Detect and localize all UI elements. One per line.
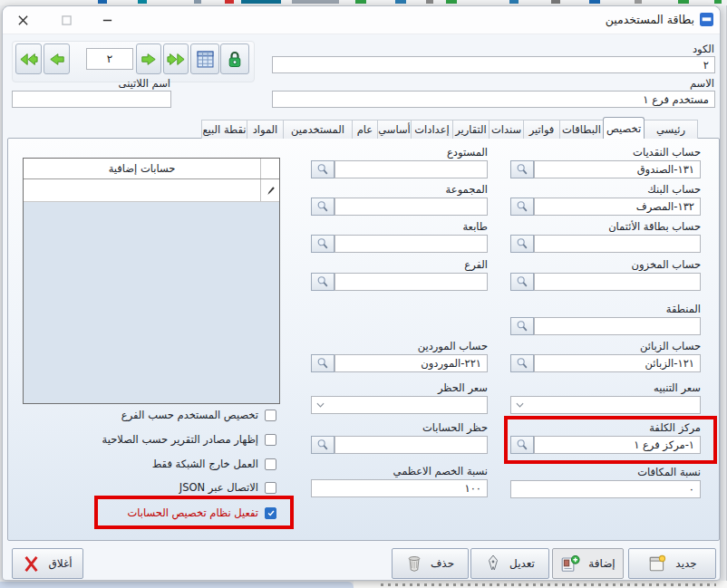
screen: بطاقة المستخدمين <box>0 0 727 588</box>
edit-button[interactable]: تعديل <box>470 548 549 579</box>
inventory-account-input[interactable] <box>534 273 701 291</box>
add-button[interactable]: إضافة <box>552 548 624 579</box>
field-max-discount-percent: نسبة الخصم الاعظمي <box>311 465 488 497</box>
background-window-right-edge <box>722 5 727 581</box>
tab-cards[interactable]: البطاقات <box>559 120 604 139</box>
printer-input[interactable] <box>334 235 488 253</box>
branch-lookup-button[interactable] <box>311 273 334 291</box>
tab-users[interactable]: المستخدمين <box>283 120 353 139</box>
block-price-combo[interactable] <box>311 396 488 414</box>
cash-account-input[interactable] <box>534 160 701 178</box>
tab-basic[interactable]: أساسي <box>377 120 412 139</box>
additional-accounts-table[interactable]: حسابات إضافية <box>23 158 280 404</box>
close-button[interactable]: أغلاق <box>12 548 83 579</box>
warehouse-input[interactable] <box>334 160 488 178</box>
tab-invoices[interactable]: فواتير <box>523 120 560 139</box>
field-bank-account: حساب البنك <box>510 183 701 216</box>
accounts-block-lookup-button[interactable] <box>311 436 334 454</box>
group-input[interactable] <box>334 198 488 216</box>
printer-lookup-button[interactable] <box>311 235 334 253</box>
region-lookup-button[interactable] <box>510 317 534 335</box>
tab-vouchers[interactable]: سندات <box>489 120 524 139</box>
nav-last-record-button[interactable] <box>163 43 189 74</box>
window-close-button[interactable] <box>9 9 36 31</box>
credit-card-account-lookup-button[interactable] <box>510 235 534 253</box>
magnifier-icon <box>316 275 329 288</box>
maximize-icon <box>62 15 72 25</box>
magnifier-icon <box>516 320 528 333</box>
bank-account-input[interactable] <box>534 198 701 216</box>
field-rewards-percent: نسبة المكافات <box>510 466 701 498</box>
region-input[interactable] <box>534 317 701 335</box>
branch-input[interactable] <box>334 273 488 291</box>
arrow-right-icon <box>141 53 157 66</box>
cash-account-lookup-button[interactable] <box>510 160 534 178</box>
field-customers-account: حساب الزبائن <box>510 340 701 372</box>
name-input[interactable] <box>272 91 715 108</box>
nav-first-record-button[interactable] <box>15 43 42 74</box>
rewards-percent-input[interactable] <box>510 480 701 498</box>
inventory-account-lookup-button[interactable] <box>510 273 534 291</box>
warehouse-lookup-button[interactable] <box>311 160 334 178</box>
customers-account-lookup-button[interactable] <box>510 354 534 372</box>
chevron-down-icon <box>511 402 528 408</box>
code-label: الكود <box>693 43 714 55</box>
code-input[interactable] <box>272 56 715 73</box>
field-printer: طابعة <box>311 220 488 253</box>
grid-table-icon <box>197 51 214 68</box>
bank-account-lookup-button[interactable] <box>510 198 534 216</box>
accounts-block-input[interactable] <box>334 436 488 454</box>
table-empty-cell[interactable] <box>24 179 260 201</box>
magnifier-icon <box>316 163 329 176</box>
suppliers-account-lookup-button[interactable] <box>311 354 334 372</box>
checkbox-icon <box>265 410 276 421</box>
checkbox-icon <box>265 434 276 446</box>
tab-general[interactable]: عام <box>352 120 378 139</box>
add-card-icon <box>560 554 580 574</box>
field-warehouse: المستودع <box>311 146 488 178</box>
tab-reports[interactable]: التقارير <box>452 120 490 139</box>
max-discount-percent-input[interactable] <box>311 479 488 497</box>
minimize-icon <box>102 14 113 26</box>
nav-lock-button[interactable] <box>220 43 249 74</box>
tab-materials[interactable]: المواد <box>247 120 284 139</box>
double-arrow-right-icon <box>167 53 185 66</box>
nav-record-number-input[interactable] <box>86 48 133 70</box>
checkbox-work-offline-only[interactable]: العمل خارج الشبكة فقط <box>152 457 276 471</box>
new-document-icon <box>647 554 667 574</box>
trash-icon <box>406 554 422 573</box>
latin-name-input[interactable] <box>12 91 171 108</box>
field-credit-card-account: حساب بطاقة الأئتمان <box>510 220 701 253</box>
window-title: بطاقة المستخدمين <box>606 13 694 26</box>
checkbox-icon <box>265 458 276 470</box>
checkbox-assign-user-by-branch[interactable]: تخصيص المستخدم حسب الفرع <box>121 408 276 422</box>
lock-icon <box>228 51 242 68</box>
customers-account-input[interactable] <box>534 354 701 372</box>
checkbox-json-connection[interactable]: الاتصال عبر JSON <box>179 480 276 495</box>
delete-button[interactable]: حذف <box>392 548 469 579</box>
window-minimize-button[interactable] <box>93 9 121 31</box>
alert-price-combo[interactable] <box>510 396 701 414</box>
field-branch: الفرع <box>311 258 488 291</box>
checkbox-show-report-sources-by-permission[interactable]: إظهار مصادر التقرير حسب الصلاحية <box>102 432 276 447</box>
magnifier-icon <box>316 357 329 370</box>
group-lookup-button[interactable] <box>311 198 334 216</box>
new-button[interactable]: جديد <box>628 548 716 579</box>
magnifier-icon <box>516 357 528 370</box>
credit-card-account-input[interactable] <box>534 235 701 253</box>
highlight-box-enable-account-assignment <box>94 496 294 529</box>
window-maximize-button[interactable] <box>53 9 80 31</box>
latin-name-label: اسم اللاتينى <box>119 77 170 90</box>
table-row[interactable] <box>24 179 279 202</box>
tab-pos[interactable]: نقطة البيع <box>201 120 247 139</box>
field-accounts-block: حظر الحسابات <box>311 421 488 454</box>
nav-previous-record-button[interactable] <box>44 43 70 74</box>
nav-next-record-button[interactable] <box>136 43 161 74</box>
tab-customization[interactable]: تخصيص <box>603 117 645 139</box>
suppliers-account-input[interactable] <box>334 354 488 372</box>
tab-main[interactable]: رئيسي <box>644 120 698 139</box>
nav-records-grid-button[interactable] <box>190 43 219 74</box>
tab-settings[interactable]: إعدادات <box>411 120 453 139</box>
edit-pen-icon <box>485 554 501 573</box>
arrow-left-icon <box>49 53 65 66</box>
